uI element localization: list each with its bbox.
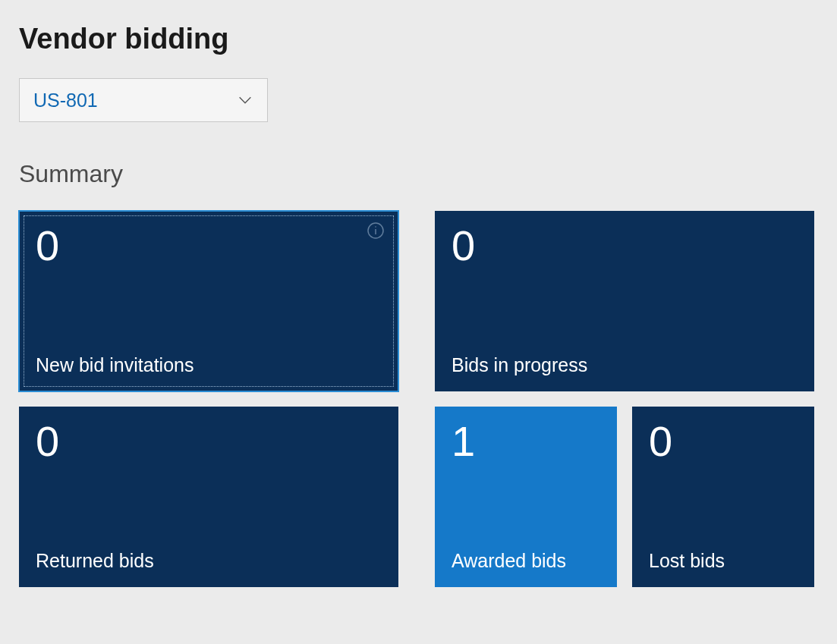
tile-count: 0 bbox=[36, 225, 382, 267]
tile-label: New bid invitations bbox=[36, 354, 382, 376]
tile-count: 0 bbox=[649, 420, 798, 463]
tile-lost-bids[interactable]: 0 Lost bids bbox=[632, 407, 814, 587]
tile-bids-in-progress[interactable]: 0 Bids in progress bbox=[435, 211, 814, 391]
tile-count: 0 bbox=[452, 225, 798, 267]
tile-returned-bids[interactable]: 0 Returned bids bbox=[19, 407, 398, 587]
svg-point-2 bbox=[375, 226, 376, 228]
tile-column-left: 0 New bid invitations 0 Returned bids bbox=[19, 211, 398, 587]
tile-label: Awarded bids bbox=[452, 550, 600, 572]
tile-column-right: 0 Bids in progress 1 Awarded bids 0 Lost… bbox=[435, 211, 814, 587]
tile-row-bottom: 1 Awarded bids 0 Lost bids bbox=[435, 407, 814, 587]
dropdown-selected-value: US-801 bbox=[33, 90, 98, 112]
tile-awarded-bids[interactable]: 1 Awarded bids bbox=[435, 407, 617, 587]
vendor-selector-dropdown[interactable]: US-801 bbox=[19, 78, 268, 122]
tile-count: 1 bbox=[452, 420, 600, 463]
tile-count: 0 bbox=[36, 420, 382, 463]
chevron-down-icon bbox=[237, 92, 253, 108]
info-icon bbox=[367, 221, 385, 240]
summary-section-title: Summary bbox=[19, 160, 818, 188]
tile-label: Bids in progress bbox=[452, 354, 798, 376]
tile-label: Returned bids bbox=[36, 550, 382, 572]
tile-label: Lost bids bbox=[649, 550, 798, 572]
summary-tiles-grid: 0 New bid invitations 0 Returned bids 0 … bbox=[19, 211, 818, 587]
tile-new-bid-invitations[interactable]: 0 New bid invitations bbox=[19, 211, 398, 391]
page-title: Vendor bidding bbox=[19, 23, 818, 55]
